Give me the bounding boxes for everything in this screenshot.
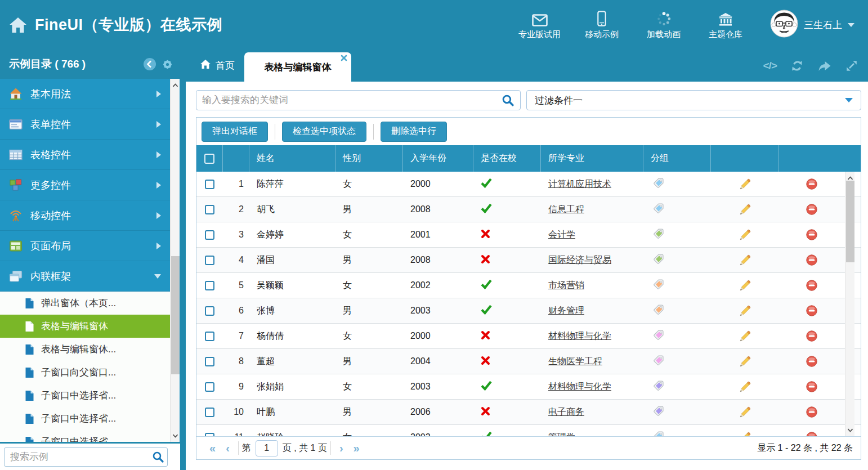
- header-action-loading[interactable]: 加载动画: [643, 10, 684, 40]
- major-link[interactable]: 市场营销: [548, 280, 584, 292]
- sidebar-item[interactable]: 子窗口中选择省...: [0, 407, 170, 430]
- major-link[interactable]: 信息工程: [548, 204, 584, 216]
- edit-pencil-icon[interactable]: [739, 229, 751, 241]
- delete-rows-button[interactable]: 删除选中行: [381, 122, 447, 142]
- sidebar-item[interactable]: 表格与编辑窗体...: [0, 338, 170, 361]
- sidebar-group-iframe[interactable]: 内联框架: [0, 261, 170, 292]
- check-selection-button[interactable]: 检查选中项状态: [282, 122, 366, 142]
- edit-pencil-icon[interactable]: [739, 330, 751, 343]
- sidebar-group-grid[interactable]: 表格控件: [0, 140, 170, 170]
- scroll-down-icon[interactable]: [845, 425, 855, 435]
- avatar[interactable]: [770, 10, 798, 40]
- row-checkbox[interactable]: [205, 408, 214, 417]
- table-row[interactable]: 2胡飞男2008信息工程: [196, 197, 861, 222]
- delete-row-icon[interactable]: [806, 203, 818, 216]
- table-row[interactable]: 8董超男2004生物医学工程: [196, 349, 861, 374]
- keyword-search-input[interactable]: [202, 91, 502, 110]
- delete-row-icon[interactable]: [806, 381, 818, 393]
- edit-pencil-icon[interactable]: [739, 305, 751, 317]
- major-link[interactable]: 会计学: [548, 229, 575, 241]
- search-icon[interactable]: [152, 451, 164, 463]
- row-checkbox[interactable]: [205, 205, 214, 214]
- sidebar-item[interactable]: 子窗口中选择省: [0, 430, 170, 442]
- delete-row-icon[interactable]: [806, 406, 818, 418]
- major-link[interactable]: 材料物理与化学: [548, 381, 611, 393]
- table-row[interactable]: 5吴颖颖女2002市场营销: [196, 273, 861, 298]
- table-row[interactable]: 7杨倩倩女2000材料物理与化学: [196, 324, 861, 349]
- major-link[interactable]: 财务管理: [548, 305, 584, 317]
- major-link[interactable]: 管理学: [548, 432, 575, 437]
- row-checkbox[interactable]: [205, 306, 214, 316]
- row-checkbox[interactable]: [205, 256, 214, 265]
- next-page-button[interactable]: ›: [334, 442, 348, 455]
- major-link[interactable]: 材料物理与化学: [548, 330, 611, 342]
- sidebar-scrollbar[interactable]: [170, 79, 180, 442]
- scroll-down-icon[interactable]: [171, 431, 180, 441]
- scrollbar-thumb[interactable]: [171, 256, 180, 374]
- header-action-theme[interactable]: 主题仓库: [705, 10, 746, 40]
- page-number-input[interactable]: [256, 440, 278, 456]
- edit-pencil-icon[interactable]: [739, 431, 751, 437]
- row-checkbox[interactable]: [205, 357, 214, 366]
- delete-row-icon[interactable]: [806, 355, 818, 368]
- major-link[interactable]: 生物医学工程: [548, 356, 602, 368]
- row-checkbox[interactable]: [205, 382, 214, 392]
- row-checkbox[interactable]: [205, 332, 214, 341]
- delete-row-icon[interactable]: [806, 229, 818, 241]
- header-action-trial[interactable]: 专业版试用: [518, 10, 561, 40]
- tab-active[interactable]: 表格与编辑窗体: [244, 52, 351, 82]
- table-row[interactable]: 4潘国男2008国际经济与贸易: [196, 248, 861, 273]
- row-checkbox[interactable]: [205, 230, 214, 240]
- table-row[interactable]: 11赵晓玲女2002管理学: [196, 425, 861, 436]
- table-row[interactable]: 10叶鹏男2006电子商务: [196, 400, 861, 425]
- sidebar-group-more[interactable]: 更多控件: [0, 170, 170, 200]
- major-link[interactable]: 电子商务: [548, 406, 584, 418]
- table-row[interactable]: 6张博男2003财务管理: [196, 298, 861, 324]
- close-icon[interactable]: [341, 55, 347, 61]
- delete-row-icon[interactable]: [806, 431, 818, 436]
- sidebar-group-mobile[interactable]: 移动控件: [0, 200, 170, 231]
- delete-row-icon[interactable]: [806, 330, 818, 342]
- delete-row-icon[interactable]: [806, 279, 818, 292]
- select-all-checkbox[interactable]: [204, 154, 214, 164]
- delete-row-icon[interactable]: [806, 305, 818, 317]
- edit-pencil-icon[interactable]: [739, 254, 751, 267]
- scroll-up-icon[interactable]: [171, 80, 180, 90]
- row-checkbox[interactable]: [205, 281, 214, 290]
- table-row[interactable]: 1陈萍萍女2000计算机应用技术: [196, 172, 861, 197]
- edit-pencil-icon[interactable]: [739, 381, 751, 393]
- edit-pencil-icon[interactable]: [739, 355, 751, 368]
- refresh-icon[interactable]: [790, 59, 804, 73]
- prev-page-button[interactable]: ‹: [221, 442, 235, 455]
- major-link[interactable]: 国际经济与贸易: [548, 254, 611, 266]
- user-menu[interactable]: 三生石上: [770, 10, 854, 40]
- edit-pencil-icon[interactable]: [739, 406, 751, 419]
- sidebar-group-form[interactable]: 表单控件: [0, 109, 170, 140]
- sidebar-group-layout[interactable]: 页面布局: [0, 231, 170, 261]
- search-icon[interactable]: [502, 94, 514, 107]
- source-code-icon[interactable]: </>: [763, 60, 777, 72]
- fullscreen-icon[interactable]: [845, 60, 858, 72]
- collapse-sidebar-icon[interactable]: [143, 57, 156, 71]
- sidebar-item[interactable]: 子窗口中选择省...: [0, 384, 170, 407]
- share-icon[interactable]: [817, 60, 832, 72]
- sidebar-search-input[interactable]: [4, 447, 168, 467]
- last-page-button[interactable]: »: [348, 442, 365, 455]
- delete-row-icon[interactable]: [806, 178, 818, 190]
- edit-pencil-icon[interactable]: [739, 279, 751, 292]
- table-row[interactable]: 3金婷婷女2001会计学: [196, 222, 861, 248]
- sidebar-item[interactable]: 表格与编辑窗体: [0, 315, 170, 338]
- sidebar-item[interactable]: 弹出窗体（本页...: [0, 292, 170, 315]
- filter-dropdown[interactable]: 过滤条件一: [526, 90, 861, 110]
- table-row[interactable]: 9张娟娟女2003材料物理与化学: [196, 374, 861, 400]
- sidebar-group-basic[interactable]: 基本用法: [0, 79, 170, 109]
- edit-pencil-icon[interactable]: [739, 178, 751, 191]
- header-action-mobile[interactable]: 移动示例: [581, 10, 623, 40]
- scrollbar-thumb[interactable]: [846, 181, 854, 262]
- gear-icon[interactable]: [162, 59, 173, 70]
- tab-home[interactable]: 首页: [194, 50, 241, 82]
- popup-dialog-button[interactable]: 弹出对话框: [202, 122, 268, 142]
- major-link[interactable]: 计算机应用技术: [548, 178, 611, 190]
- table-scrollbar[interactable]: [845, 172, 854, 436]
- row-checkbox[interactable]: [205, 180, 214, 189]
